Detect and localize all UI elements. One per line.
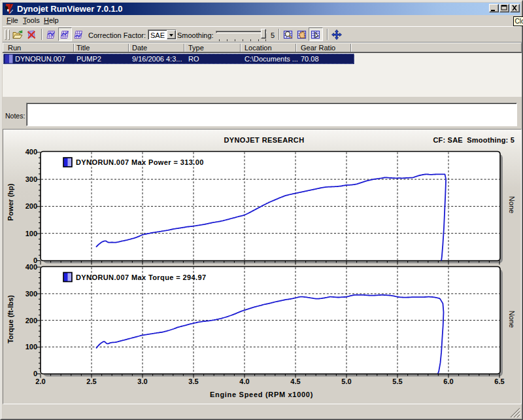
- svg-text:2.5: 2.5: [86, 377, 96, 385]
- svg-text:300: 300: [25, 175, 37, 183]
- svg-text:200: 200: [25, 202, 37, 210]
- svg-text:6.5: 6.5: [494, 377, 504, 385]
- svg-text:CF: SAE Smoothing: 5: CF: SAE Smoothing: 5: [433, 136, 515, 144]
- svg-text:5.5: 5.5: [392, 377, 402, 385]
- svg-text:4.0: 4.0: [239, 377, 249, 385]
- svg-text:100: 100: [25, 230, 37, 237]
- svg-text:Engine Speed (RPM x1000): Engine Speed (RPM x1000): [210, 391, 313, 398]
- svg-text:200: 200: [25, 317, 37, 324]
- svg-text:None: None: [508, 196, 516, 213]
- svg-text:None: None: [508, 311, 516, 328]
- svg-text:5.0: 5.0: [341, 377, 351, 385]
- svg-text:Torque (ft-lbs): Torque (ft-lbs): [7, 295, 14, 343]
- svg-text:6.0: 6.0: [443, 377, 453, 385]
- svg-text:3.0: 3.0: [137, 377, 147, 385]
- svg-text:DYNOJET RESEARCH: DYNOJET RESEARCH: [224, 136, 304, 144]
- svg-text:3.5: 3.5: [188, 377, 198, 385]
- svg-text:0: 0: [33, 370, 37, 377]
- svg-text:DYNORUN.007 Max Power = 313.00: DYNORUN.007 Max Power = 313.00: [76, 158, 204, 166]
- svg-text:DYNORUN.007 Max Torque = 294.9: DYNORUN.007 Max Torque = 294.97: [76, 273, 207, 281]
- svg-text:400: 400: [25, 263, 37, 271]
- svg-text:300: 300: [25, 290, 37, 298]
- svg-text:4.5: 4.5: [290, 377, 300, 385]
- svg-text:100: 100: [25, 343, 37, 351]
- svg-text:Power (hp): Power (hp): [7, 183, 14, 220]
- svg-text:2.0: 2.0: [35, 377, 45, 385]
- svg-text:400: 400: [25, 148, 37, 156]
